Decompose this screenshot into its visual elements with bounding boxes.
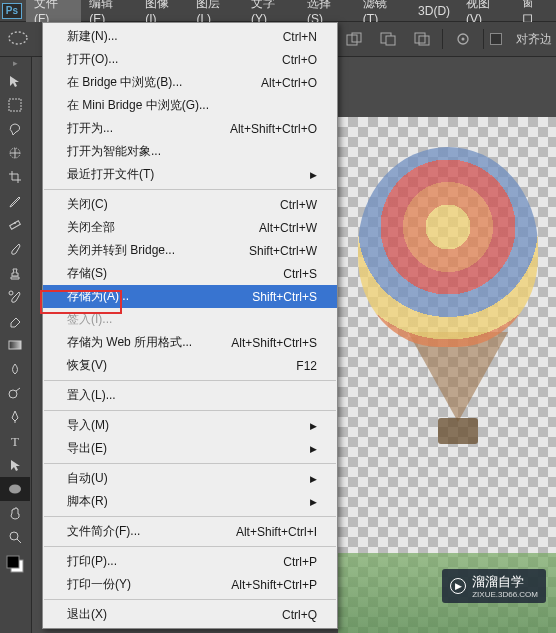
menu-item-label: 恢复(V) — [67, 357, 276, 374]
submenu-arrow-icon: ▶ — [307, 421, 317, 431]
menu-item-label: 打开(O)... — [67, 51, 262, 68]
menu-item-label: 打印(P)... — [67, 553, 263, 570]
menu-separator — [44, 410, 336, 411]
menu-item-shortcut: Ctrl+Q — [282, 608, 317, 622]
menu-item-shortcut: Ctrl+W — [280, 198, 317, 212]
shape-tool[interactable] — [0, 477, 30, 501]
menu-item[interactable]: 脚本(R)▶ — [43, 490, 337, 513]
menu-item[interactable]: 存储为 Web 所用格式...Alt+Shift+Ctrl+S — [43, 331, 337, 354]
menu-item-shortcut: Ctrl+O — [282, 53, 317, 67]
menu-separator — [44, 546, 336, 547]
menu-item-shortcut: Alt+Shift+Ctrl+O — [230, 122, 317, 136]
crop-tool[interactable] — [0, 165, 30, 189]
menu-item-shortcut: Ctrl+S — [283, 267, 317, 281]
selection-add-icon[interactable] — [340, 27, 368, 51]
pen-tool[interactable] — [0, 405, 30, 429]
hand-tool[interactable] — [0, 501, 30, 525]
gradient-tool[interactable] — [0, 333, 30, 357]
menu-item[interactable]: 打开(O)...Ctrl+O — [43, 48, 337, 71]
menu-item-label: 关闭(C) — [67, 196, 260, 213]
menu-item-label: 打开为智能对象... — [67, 143, 317, 160]
menu-item[interactable]: 自动(U)▶ — [43, 467, 337, 490]
eyedropper-tool[interactable] — [0, 189, 30, 213]
menu-item-label: 在 Bridge 中浏览(B)... — [67, 74, 241, 91]
lasso-tool[interactable] — [0, 117, 30, 141]
menu-separator — [44, 599, 336, 600]
eraser-tool[interactable] — [0, 309, 30, 333]
zoom-tool[interactable] — [0, 525, 30, 549]
svg-point-13 — [9, 291, 13, 295]
selection-intersect-icon[interactable] — [408, 27, 436, 51]
menu-item[interactable]: 打印(P)...Ctrl+P — [43, 550, 337, 573]
move-tool[interactable] — [0, 69, 30, 93]
quick-select-tool[interactable] — [0, 141, 30, 165]
menu-item-shortcut: Alt+Shift+Ctrl+S — [231, 336, 317, 350]
svg-point-18 — [10, 532, 18, 540]
svg-rect-7 — [419, 36, 429, 45]
menu-item[interactable]: 退出(X)Ctrl+Q — [43, 603, 337, 626]
menu-separator — [44, 516, 336, 517]
path-select-tool[interactable] — [0, 453, 30, 477]
submenu-arrow-icon: ▶ — [307, 170, 317, 180]
menu-item[interactable]: 最近打开文件(T)▶ — [43, 163, 337, 186]
submenu-arrow-icon: ▶ — [307, 444, 317, 454]
panel-expand-icon[interactable]: ▸ — [0, 57, 30, 69]
svg-rect-20 — [7, 556, 19, 568]
gear-icon[interactable] — [449, 27, 477, 51]
type-tool[interactable]: T — [0, 429, 30, 453]
menu-separator — [44, 189, 336, 190]
menu-item[interactable]: 关闭并转到 Bridge...Shift+Ctrl+W — [43, 239, 337, 262]
svg-rect-10 — [9, 99, 21, 111]
svg-point-15 — [9, 390, 17, 398]
menu-item-label: 文件简介(F)... — [67, 523, 216, 540]
color-swatch[interactable] — [0, 549, 30, 579]
balloon-image — [358, 147, 556, 447]
menu-item[interactable]: 导出(E)▶ — [43, 437, 337, 460]
menu-item[interactable]: 存储(S)Ctrl+S — [43, 262, 337, 285]
menu-item[interactable]: 打开为智能对象... — [43, 140, 337, 163]
menu-item-label: 最近打开文件(T) — [67, 166, 307, 183]
menu-item-shortcut: Alt+Ctrl+O — [261, 76, 317, 90]
menu-item[interactable]: 导入(M)▶ — [43, 414, 337, 437]
stamp-tool[interactable] — [0, 261, 30, 285]
menu-item[interactable]: 文件简介(F)...Alt+Shift+Ctrl+I — [43, 520, 337, 543]
menu-item: 签入(I)... — [43, 308, 337, 331]
history-brush-tool[interactable] — [0, 285, 30, 309]
play-icon: ▶ — [450, 578, 466, 594]
menu-item[interactable]: 关闭全部Alt+Ctrl+W — [43, 216, 337, 239]
menu-item[interactable]: 新建(N)...Ctrl+N — [43, 25, 337, 48]
divider — [483, 29, 484, 49]
menu-item[interactable]: 恢复(V)F12 — [43, 354, 337, 377]
healing-tool[interactable] — [0, 213, 30, 237]
menu-separator — [44, 380, 336, 381]
watermark-domain: ZIXUE.3D66.COM — [472, 591, 538, 599]
menu-item-shortcut: Alt+Ctrl+W — [259, 221, 317, 235]
submenu-arrow-icon: ▶ — [307, 474, 317, 484]
menu-item-label: 打开为... — [67, 120, 210, 137]
brush-tool[interactable] — [0, 237, 30, 261]
menu-separator — [44, 463, 336, 464]
marquee-tool[interactable] — [0, 93, 30, 117]
menu-item[interactable]: 存储为(A)...Shift+Ctrl+S — [43, 285, 337, 308]
tool-preset-icon[interactable] — [4, 27, 32, 51]
menu-item[interactable]: 关闭(C)Ctrl+W — [43, 193, 337, 216]
menu-item[interactable]: 在 Bridge 中浏览(B)...Alt+Ctrl+O — [43, 71, 337, 94]
tools-panel: ▸ T — [0, 57, 32, 633]
align-edges-checkbox[interactable] — [490, 33, 502, 45]
blur-tool[interactable] — [0, 357, 30, 381]
menubar: Ps 文件(F) 编辑(E) 图像(I) 图层(L) 文字(Y) 选择(S) 滤… — [0, 0, 556, 22]
menu-item[interactable]: 打印一份(Y)Alt+Shift+Ctrl+P — [43, 573, 337, 596]
menu-item-label: 存储(S) — [67, 265, 263, 282]
divider — [442, 29, 443, 49]
canvas-area[interactable] — [338, 57, 556, 633]
menu-item[interactable]: 置入(L)... — [43, 384, 337, 407]
menu-item-label: 关闭全部 — [67, 219, 239, 236]
menu-item-label: 脚本(R) — [67, 493, 307, 510]
menu-3d[interactable]: 3D(D) — [410, 2, 458, 20]
menu-item[interactable]: 打开为...Alt+Shift+Ctrl+O — [43, 117, 337, 140]
menu-item[interactable]: 在 Mini Bridge 中浏览(G)... — [43, 94, 337, 117]
selection-subtract-icon[interactable] — [374, 27, 402, 51]
watermark: ▶ 溜溜自学 ZIXUE.3D66.COM — [442, 569, 546, 603]
submenu-arrow-icon: ▶ — [307, 497, 317, 507]
dodge-tool[interactable] — [0, 381, 30, 405]
